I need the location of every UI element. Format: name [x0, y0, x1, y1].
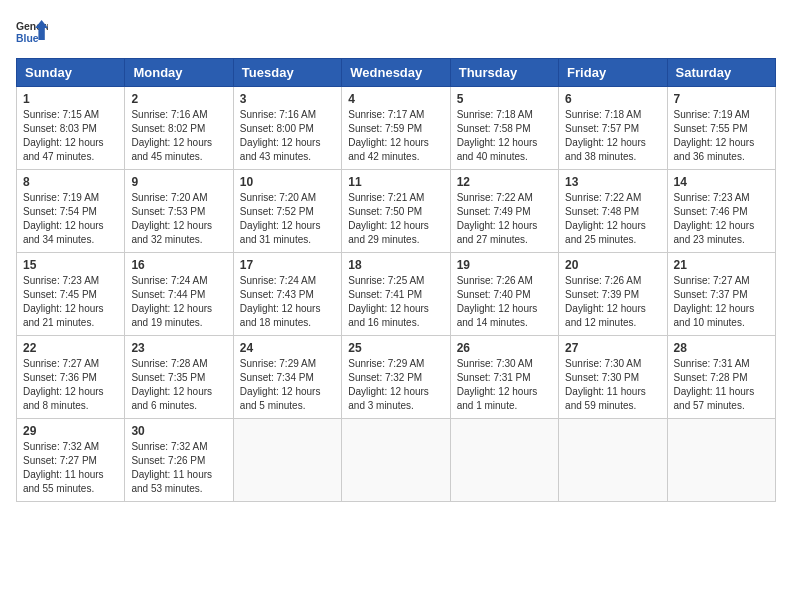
calendar-cell: 30 Sunrise: 7:32 AMSunset: 7:26 PMDaylig…	[125, 419, 233, 502]
day-number: 8	[23, 175, 118, 189]
calendar-cell: 25 Sunrise: 7:29 AMSunset: 7:32 PMDaylig…	[342, 336, 450, 419]
day-number: 21	[674, 258, 769, 272]
calendar-cell: 29 Sunrise: 7:32 AMSunset: 7:27 PMDaylig…	[17, 419, 125, 502]
cell-info: Sunrise: 7:32 AMSunset: 7:26 PMDaylight:…	[131, 441, 212, 494]
calendar-cell: 6 Sunrise: 7:18 AMSunset: 7:57 PMDayligh…	[559, 87, 667, 170]
day-number: 18	[348, 258, 443, 272]
calendar-cell	[450, 419, 558, 502]
day-number: 5	[457, 92, 552, 106]
cell-info: Sunrise: 7:19 AMSunset: 7:54 PMDaylight:…	[23, 192, 104, 245]
day-number: 12	[457, 175, 552, 189]
day-number: 20	[565, 258, 660, 272]
day-number: 30	[131, 424, 226, 438]
calendar-cell: 19 Sunrise: 7:26 AMSunset: 7:40 PMDaylig…	[450, 253, 558, 336]
cell-info: Sunrise: 7:19 AMSunset: 7:55 PMDaylight:…	[674, 109, 755, 162]
calendar-cell: 4 Sunrise: 7:17 AMSunset: 7:59 PMDayligh…	[342, 87, 450, 170]
day-number: 6	[565, 92, 660, 106]
day-number: 11	[348, 175, 443, 189]
calendar-cell: 10 Sunrise: 7:20 AMSunset: 7:52 PMDaylig…	[233, 170, 341, 253]
cell-info: Sunrise: 7:20 AMSunset: 7:53 PMDaylight:…	[131, 192, 212, 245]
cell-info: Sunrise: 7:16 AMSunset: 8:02 PMDaylight:…	[131, 109, 212, 162]
cell-info: Sunrise: 7:30 AMSunset: 7:31 PMDaylight:…	[457, 358, 538, 411]
cell-info: Sunrise: 7:24 AMSunset: 7:44 PMDaylight:…	[131, 275, 212, 328]
cell-info: Sunrise: 7:31 AMSunset: 7:28 PMDaylight:…	[674, 358, 755, 411]
day-header-wednesday: Wednesday	[342, 59, 450, 87]
cell-info: Sunrise: 7:20 AMSunset: 7:52 PMDaylight:…	[240, 192, 321, 245]
calendar-cell: 27 Sunrise: 7:30 AMSunset: 7:30 PMDaylig…	[559, 336, 667, 419]
cell-info: Sunrise: 7:22 AMSunset: 7:49 PMDaylight:…	[457, 192, 538, 245]
calendar-cell: 22 Sunrise: 7:27 AMSunset: 7:36 PMDaylig…	[17, 336, 125, 419]
day-number: 7	[674, 92, 769, 106]
calendar-cell: 18 Sunrise: 7:25 AMSunset: 7:41 PMDaylig…	[342, 253, 450, 336]
day-number: 2	[131, 92, 226, 106]
cell-info: Sunrise: 7:30 AMSunset: 7:30 PMDaylight:…	[565, 358, 646, 411]
day-number: 17	[240, 258, 335, 272]
cell-info: Sunrise: 7:21 AMSunset: 7:50 PMDaylight:…	[348, 192, 429, 245]
calendar-cell: 21 Sunrise: 7:27 AMSunset: 7:37 PMDaylig…	[667, 253, 775, 336]
day-number: 10	[240, 175, 335, 189]
week-row-1: 1 Sunrise: 7:15 AMSunset: 8:03 PMDayligh…	[17, 87, 776, 170]
calendar-cell: 23 Sunrise: 7:28 AMSunset: 7:35 PMDaylig…	[125, 336, 233, 419]
day-number: 27	[565, 341, 660, 355]
day-header-saturday: Saturday	[667, 59, 775, 87]
cell-info: Sunrise: 7:28 AMSunset: 7:35 PMDaylight:…	[131, 358, 212, 411]
day-number: 14	[674, 175, 769, 189]
calendar-header-row: SundayMondayTuesdayWednesdayThursdayFrid…	[17, 59, 776, 87]
day-number: 25	[348, 341, 443, 355]
calendar-cell: 9 Sunrise: 7:20 AMSunset: 7:53 PMDayligh…	[125, 170, 233, 253]
calendar-cell: 3 Sunrise: 7:16 AMSunset: 8:00 PMDayligh…	[233, 87, 341, 170]
week-row-3: 15 Sunrise: 7:23 AMSunset: 7:45 PMDaylig…	[17, 253, 776, 336]
cell-info: Sunrise: 7:15 AMSunset: 8:03 PMDaylight:…	[23, 109, 104, 162]
day-header-monday: Monday	[125, 59, 233, 87]
header: General Blue	[16, 16, 776, 48]
calendar-cell: 11 Sunrise: 7:21 AMSunset: 7:50 PMDaylig…	[342, 170, 450, 253]
cell-info: Sunrise: 7:26 AMSunset: 7:40 PMDaylight:…	[457, 275, 538, 328]
day-header-tuesday: Tuesday	[233, 59, 341, 87]
calendar-cell: 7 Sunrise: 7:19 AMSunset: 7:55 PMDayligh…	[667, 87, 775, 170]
day-number: 22	[23, 341, 118, 355]
calendar-cell: 24 Sunrise: 7:29 AMSunset: 7:34 PMDaylig…	[233, 336, 341, 419]
day-number: 29	[23, 424, 118, 438]
cell-info: Sunrise: 7:27 AMSunset: 7:36 PMDaylight:…	[23, 358, 104, 411]
day-header-thursday: Thursday	[450, 59, 558, 87]
day-number: 24	[240, 341, 335, 355]
day-number: 15	[23, 258, 118, 272]
week-row-5: 29 Sunrise: 7:32 AMSunset: 7:27 PMDaylig…	[17, 419, 776, 502]
calendar-body: 1 Sunrise: 7:15 AMSunset: 8:03 PMDayligh…	[17, 87, 776, 502]
day-number: 4	[348, 92, 443, 106]
day-number: 3	[240, 92, 335, 106]
cell-info: Sunrise: 7:17 AMSunset: 7:59 PMDaylight:…	[348, 109, 429, 162]
day-header-friday: Friday	[559, 59, 667, 87]
cell-info: Sunrise: 7:23 AMSunset: 7:45 PMDaylight:…	[23, 275, 104, 328]
cell-info: Sunrise: 7:16 AMSunset: 8:00 PMDaylight:…	[240, 109, 321, 162]
calendar-cell: 14 Sunrise: 7:23 AMSunset: 7:46 PMDaylig…	[667, 170, 775, 253]
day-number: 13	[565, 175, 660, 189]
cell-info: Sunrise: 7:24 AMSunset: 7:43 PMDaylight:…	[240, 275, 321, 328]
day-number: 23	[131, 341, 226, 355]
cell-info: Sunrise: 7:29 AMSunset: 7:34 PMDaylight:…	[240, 358, 321, 411]
calendar-table: SundayMondayTuesdayWednesdayThursdayFrid…	[16, 58, 776, 502]
calendar-cell: 28 Sunrise: 7:31 AMSunset: 7:28 PMDaylig…	[667, 336, 775, 419]
calendar-cell	[342, 419, 450, 502]
cell-info: Sunrise: 7:32 AMSunset: 7:27 PMDaylight:…	[23, 441, 104, 494]
calendar-cell: 5 Sunrise: 7:18 AMSunset: 7:58 PMDayligh…	[450, 87, 558, 170]
cell-info: Sunrise: 7:26 AMSunset: 7:39 PMDaylight:…	[565, 275, 646, 328]
cell-info: Sunrise: 7:25 AMSunset: 7:41 PMDaylight:…	[348, 275, 429, 328]
calendar-cell	[233, 419, 341, 502]
day-number: 28	[674, 341, 769, 355]
cell-info: Sunrise: 7:22 AMSunset: 7:48 PMDaylight:…	[565, 192, 646, 245]
cell-info: Sunrise: 7:27 AMSunset: 7:37 PMDaylight:…	[674, 275, 755, 328]
calendar-cell	[559, 419, 667, 502]
calendar-cell: 1 Sunrise: 7:15 AMSunset: 8:03 PMDayligh…	[17, 87, 125, 170]
svg-text:Blue: Blue	[16, 33, 39, 44]
calendar-cell: 26 Sunrise: 7:30 AMSunset: 7:31 PMDaylig…	[450, 336, 558, 419]
day-number: 16	[131, 258, 226, 272]
day-number: 19	[457, 258, 552, 272]
day-header-sunday: Sunday	[17, 59, 125, 87]
calendar-cell: 15 Sunrise: 7:23 AMSunset: 7:45 PMDaylig…	[17, 253, 125, 336]
cell-info: Sunrise: 7:18 AMSunset: 7:57 PMDaylight:…	[565, 109, 646, 162]
calendar-cell: 12 Sunrise: 7:22 AMSunset: 7:49 PMDaylig…	[450, 170, 558, 253]
calendar-cell	[667, 419, 775, 502]
cell-info: Sunrise: 7:23 AMSunset: 7:46 PMDaylight:…	[674, 192, 755, 245]
calendar-cell: 20 Sunrise: 7:26 AMSunset: 7:39 PMDaylig…	[559, 253, 667, 336]
